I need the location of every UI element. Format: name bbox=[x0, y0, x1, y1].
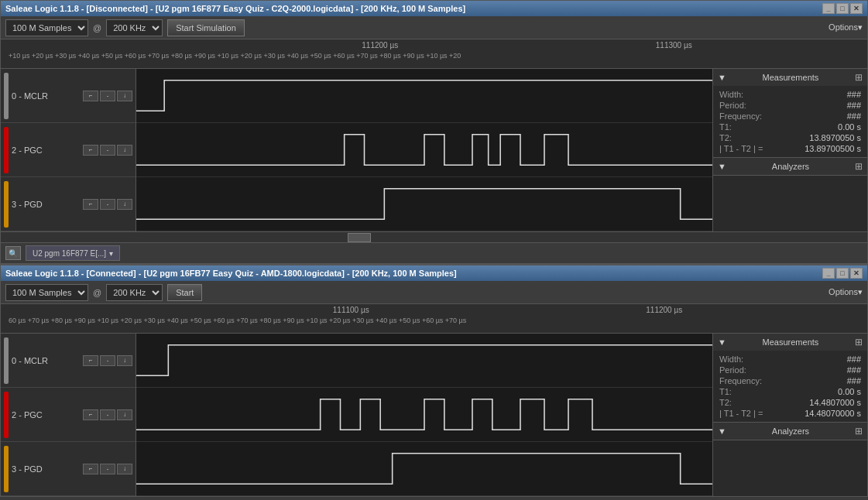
at-sign-2: @ bbox=[93, 288, 101, 297]
options-btn-1[interactable]: Options▾ bbox=[829, 22, 863, 33]
search-tab-dropdown[interactable]: ▾ bbox=[109, 249, 113, 258]
measurements-table-1: Width: ### Period: ### Frequency: ### T1… bbox=[713, 86, 867, 157]
analyzers-header-2[interactable]: ▼ Analyzers ⊞ bbox=[713, 423, 867, 440]
minimize-btn-1[interactable]: _ bbox=[822, 3, 835, 14]
ruler-center2: 111300 µs bbox=[656, 41, 692, 50]
search-icon[interactable]: 🔍 bbox=[5, 246, 21, 260]
maximize-btn-2[interactable]: □ bbox=[836, 268, 849, 279]
channel-color-mclr-1 bbox=[4, 73, 9, 119]
channel-row-pgc-2: 2 - PGC ⌐ - ↓ bbox=[1, 388, 136, 442]
search-tab[interactable]: U2 pgm 16F877 E[...] ▾ bbox=[26, 245, 120, 261]
time-ticks-2: 60 µs +70 µs +80 µs +90 µs +10 µs +20 µs… bbox=[1, 317, 867, 334]
meas-width-2: Width: ### bbox=[719, 354, 861, 365]
channel-name-pgd-2: 3 - PGD bbox=[12, 464, 50, 474]
at-sign-1: @ bbox=[93, 23, 101, 33]
toolbar-2: 100 M Samples @ 200 KHz Start Options▾ bbox=[1, 281, 867, 304]
analyzers-plus-2[interactable]: ⊞ bbox=[855, 426, 863, 437]
ctrl-btn-5b[interactable]: - bbox=[100, 409, 115, 420]
measurements-panel-2: ▼ Measurements ⊞ Width: ### Period: ### … bbox=[712, 334, 867, 496]
meas-t2-2: T2: 14.4807000 s bbox=[719, 397, 861, 408]
measurements-section-2: ▼ Measurements ⊞ Width: ### Period: ### … bbox=[713, 334, 867, 423]
channel-labels-1: 0 - MCLR ⌐ - ↓ 2 - PGC ⌐ - ↓ bbox=[1, 69, 136, 231]
ctrl-btn-6b[interactable]: - bbox=[100, 464, 115, 474]
waveform-area-1 bbox=[136, 69, 712, 231]
window1-title: Saleae Logic 1.1.8 - [Disconnected] - [U… bbox=[5, 4, 465, 13]
minimize-btn-2[interactable]: _ bbox=[822, 268, 835, 279]
options-btn-2[interactable]: Options▾ bbox=[829, 287, 863, 297]
channel-color-pgc-2 bbox=[4, 392, 9, 438]
freq-select-1[interactable]: 200 KHz bbox=[106, 19, 163, 36]
waveform-pgc-2 bbox=[136, 388, 712, 442]
channel-color-pgd-1 bbox=[4, 181, 9, 228]
window1-controls: _ □ ✕ bbox=[822, 3, 863, 14]
measurements-triangle-1: ▼ bbox=[718, 73, 726, 82]
channel-name-pgc-1: 2 - PGC bbox=[12, 146, 50, 155]
title-bar-2: Saleae Logic 1.1.8 - [Connected] - [U2 p… bbox=[1, 265, 867, 281]
measurements-header-2[interactable]: ▼ Measurements ⊞ bbox=[713, 334, 867, 351]
channel-controls-pgc-1: ⌐ - ↓ bbox=[83, 145, 132, 156]
channel-color-pgc-1 bbox=[4, 127, 9, 173]
measurements-header-1[interactable]: ▼ Measurements ⊞ bbox=[713, 69, 867, 86]
ruler-center1: 111200 µs bbox=[362, 41, 398, 50]
channel-color-pgd-2 bbox=[4, 446, 9, 492]
channel-color-mclr-2 bbox=[4, 337, 9, 384]
scrollbar-thumb-1[interactable] bbox=[348, 233, 371, 242]
analyzers-header-1[interactable]: ▼ Analyzers ⊞ bbox=[713, 158, 867, 175]
ctrl-btn-3a[interactable]: ⌐ bbox=[83, 199, 98, 210]
channel-controls-pgc-2: ⌐ - ↓ bbox=[83, 409, 132, 420]
ctrl-btn-1c[interactable]: ↓ bbox=[117, 91, 132, 101]
ctrl-btn-4c[interactable]: ↓ bbox=[117, 355, 132, 366]
measurements-label-2: Measurements bbox=[763, 337, 819, 347]
meas-diff-1: | T1 - T2 | = 13.89700500 s bbox=[719, 143, 861, 154]
close-btn-2[interactable]: ✕ bbox=[850, 268, 863, 279]
ctrl-btn-2b[interactable]: - bbox=[100, 145, 115, 156]
analyzers-triangle-2: ▼ bbox=[718, 426, 726, 436]
samples-select-2[interactable]: 100 M Samples bbox=[5, 284, 88, 301]
ruler-center-2a: 111100 µs bbox=[333, 306, 369, 314]
freq-select-2[interactable]: 200 KHz bbox=[106, 284, 163, 301]
channel-name-mclr-2: 0 - MCLR bbox=[12, 356, 50, 365]
ctrl-btn-4a[interactable]: ⌐ bbox=[83, 355, 98, 366]
analyzers-triangle-1: ▼ bbox=[718, 162, 726, 171]
scrollbar-1[interactable] bbox=[1, 231, 867, 242]
window2-controls: _ □ ✕ bbox=[822, 268, 863, 279]
ctrl-btn-3c[interactable]: ↓ bbox=[117, 199, 132, 210]
start-simulation-button[interactable]: Start Simulation bbox=[167, 19, 245, 36]
meas-freq-1: Frequency: ### bbox=[719, 111, 861, 122]
measurements-label-1: Measurements bbox=[763, 73, 819, 82]
ctrl-btn-1a[interactable]: ⌐ bbox=[83, 91, 98, 101]
ctrl-btn-6a[interactable]: ⌐ bbox=[83, 464, 98, 474]
ctrl-btn-5a[interactable]: ⌐ bbox=[83, 409, 98, 420]
time-ticks-1: +10 µs +20 µs +30 µs +40 µs +50 µs +60 µ… bbox=[1, 52, 867, 69]
channel-row-pgc-1: 2 - PGC ⌐ - ↓ bbox=[1, 123, 136, 177]
waveform-area-2 bbox=[136, 334, 712, 496]
meas-t1-1: T1: 0.00 s bbox=[719, 122, 861, 132]
maximize-btn-1[interactable]: □ bbox=[836, 3, 849, 14]
waveform-pgc-1 bbox=[136, 123, 712, 177]
time-ruler-2: 111100 µs 111200 µs 60 µs +70 µs +80 µs … bbox=[1, 304, 867, 334]
meas-diff-2: | T1 - T2 | = 14.48070000 s bbox=[719, 408, 861, 419]
close-btn-1[interactable]: ✕ bbox=[850, 3, 863, 14]
ctrl-btn-1b[interactable]: - bbox=[100, 91, 115, 101]
measurements-table-2: Width: ### Period: ### Frequency: ### T1… bbox=[713, 351, 867, 422]
title-bar-1: Saleae Logic 1.1.8 - [Disconnected] - [U… bbox=[1, 1, 867, 16]
ctrl-btn-2c[interactable]: ↓ bbox=[117, 145, 132, 156]
samples-select-1[interactable]: 100 M Samples bbox=[5, 19, 88, 36]
waveform-mclr-2 bbox=[136, 334, 712, 388]
ctrl-btn-4b[interactable]: - bbox=[100, 355, 115, 366]
waveform-mclr-1 bbox=[136, 69, 712, 123]
analyzers-plus-1[interactable]: ⊞ bbox=[855, 161, 863, 172]
window1: Saleae Logic 1.1.8 - [Disconnected] - [U… bbox=[0, 0, 868, 265]
ctrl-btn-2a[interactable]: ⌐ bbox=[83, 145, 98, 156]
time-ruler-1: 111200 µs 111300 µs +10 µs +20 µs +30 µs… bbox=[1, 39, 867, 69]
measurements-plus-2[interactable]: ⊞ bbox=[855, 337, 863, 348]
start-button-2[interactable]: Start bbox=[167, 284, 202, 301]
waveform-pgd-2 bbox=[136, 442, 712, 496]
ctrl-btn-3b[interactable]: - bbox=[100, 199, 115, 210]
ctrl-btn-5c[interactable]: ↓ bbox=[117, 409, 132, 420]
analyzers-section-2: ▼ Analyzers ⊞ bbox=[713, 423, 867, 440]
meas-period-2: Period: ### bbox=[719, 365, 861, 375]
measurements-plus-1[interactable]: ⊞ bbox=[855, 72, 863, 83]
window2: Saleae Logic 1.1.8 - [Connected] - [U2 p… bbox=[0, 265, 868, 497]
ctrl-btn-6c[interactable]: ↓ bbox=[117, 464, 132, 474]
